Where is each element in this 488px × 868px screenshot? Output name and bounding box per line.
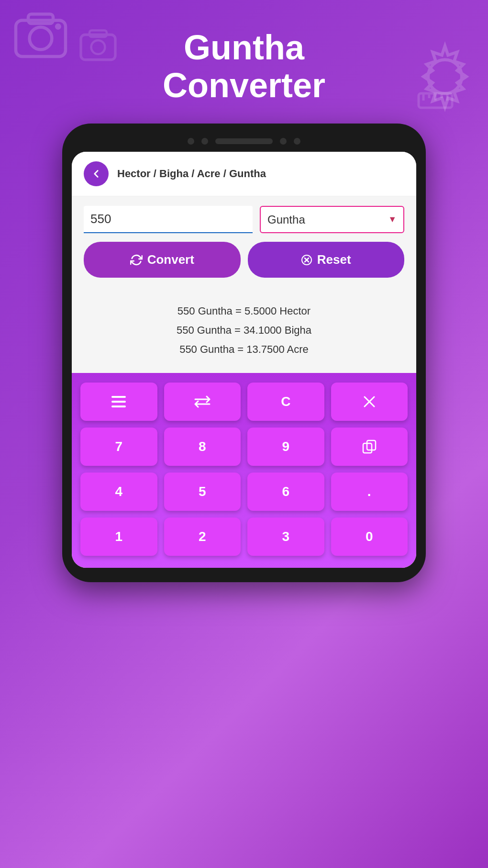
unit-label: Guntha	[267, 213, 388, 226]
notch-speaker	[215, 138, 273, 144]
key-0-label: 0	[366, 529, 373, 544]
input-row: Guntha ▼	[84, 206, 404, 233]
swap-key[interactable]	[164, 383, 241, 421]
result-line-2: 550 Guntha = 34.1000 Bigha	[84, 321, 404, 340]
key-dot[interactable]: .	[331, 473, 408, 511]
reset-label: Reset	[317, 252, 351, 267]
keyboard-row-2: 7 8 9	[80, 428, 408, 466]
svg-rect-19	[111, 406, 126, 407]
svg-rect-5	[81, 35, 115, 60]
bg-icon-ruler	[411, 77, 459, 124]
convert-button[interactable]: Convert	[84, 242, 241, 278]
svg-point-1	[30, 27, 52, 50]
reset-icon	[301, 254, 312, 266]
key-7-label: 7	[115, 439, 122, 454]
key-4[interactable]: 4	[80, 473, 157, 511]
keyboard-row-1: C	[80, 383, 408, 421]
back-button[interactable]	[84, 161, 109, 186]
phone-notch	[72, 138, 416, 145]
key-0[interactable]: 0	[331, 518, 408, 556]
results-area: 550 Guntha = 5.5000 Hector 550 Guntha = …	[72, 297, 416, 373]
key-8[interactable]: 8	[164, 428, 241, 466]
key-2[interactable]: 2	[164, 518, 241, 556]
svg-rect-0	[16, 21, 66, 56]
keyboard-row-3: 4 5 6 .	[80, 473, 408, 511]
title-line2: Converter	[163, 67, 325, 104]
svg-rect-18	[111, 401, 126, 403]
key-4-label: 4	[115, 484, 122, 499]
back-icon	[91, 169, 101, 179]
converter-area: Guntha ▼ Convert	[72, 196, 416, 297]
clear-key[interactable]: C	[247, 383, 324, 421]
phone-screen: Hector / Bigha / Acre / Guntha Guntha ▼	[72, 152, 416, 568]
nav-header: Hector / Bigha / Acre / Guntha	[72, 152, 416, 196]
notch-dot-left	[188, 138, 194, 145]
key-5-label: 5	[199, 484, 206, 499]
key-7[interactable]: 7	[80, 428, 157, 466]
key-9[interactable]: 9	[247, 428, 324, 466]
notch-dot-right	[294, 138, 300, 145]
unit-selector[interactable]: Guntha ▼	[260, 206, 404, 233]
copy-key[interactable]	[331, 428, 408, 466]
key-9-label: 9	[282, 439, 289, 454]
key-6[interactable]: 6	[247, 473, 324, 511]
dropdown-arrow-icon: ▼	[388, 214, 397, 225]
menu-icon	[111, 396, 126, 407]
key-5[interactable]: 5	[164, 473, 241, 511]
keyboard-row-4: 1 2 3 0	[80, 518, 408, 556]
key-3-label: 3	[282, 529, 289, 544]
bg-icon-camera-tl	[10, 5, 72, 67]
svg-point-6	[91, 40, 105, 54]
bg-icon-camera2	[77, 24, 120, 67]
delete-key[interactable]	[331, 383, 408, 421]
key-3[interactable]: 3	[247, 518, 324, 556]
key-2-label: 2	[199, 529, 206, 544]
action-buttons-row: Convert Reset	[84, 242, 404, 278]
svg-rect-8	[419, 93, 452, 108]
copy-icon	[362, 440, 377, 454]
key-6-label: 6	[282, 484, 289, 499]
clear-label: C	[281, 394, 290, 409]
title-line1: Guntha	[163, 29, 325, 67]
reset-button[interactable]: Reset	[248, 242, 405, 278]
convert-icon	[130, 254, 143, 266]
svg-rect-2	[28, 14, 53, 24]
svg-point-4	[428, 60, 462, 93]
notch-dot-mid	[201, 138, 208, 145]
result-line-1: 550 Guntha = 5.5000 Hector	[84, 302, 404, 321]
keyboard-area: C 7 8 9	[72, 373, 416, 568]
svg-rect-17	[111, 396, 126, 398]
number-input[interactable]	[84, 206, 253, 233]
bg-icon-settings-tr	[407, 38, 483, 115]
nav-title: Hector / Bigha / Acre / Guntha	[117, 168, 266, 180]
delete-icon	[363, 395, 376, 408]
convert-label: Convert	[147, 252, 194, 267]
result-line-3: 550 Guntha = 13.7500 Acre	[84, 340, 404, 359]
key-1[interactable]: 1	[80, 518, 157, 556]
key-dot-label: .	[367, 484, 371, 499]
key-8-label: 8	[199, 439, 206, 454]
menu-key[interactable]	[80, 383, 157, 421]
key-1-label: 1	[115, 529, 122, 544]
svg-point-3	[55, 23, 61, 30]
phone-frame: Hector / Bigha / Acre / Guntha Guntha ▼	[62, 124, 426, 582]
swap-icon	[194, 395, 211, 408]
notch-camera	[280, 138, 287, 145]
app-title: Guntha Converter	[163, 29, 325, 104]
svg-rect-7	[89, 31, 107, 37]
